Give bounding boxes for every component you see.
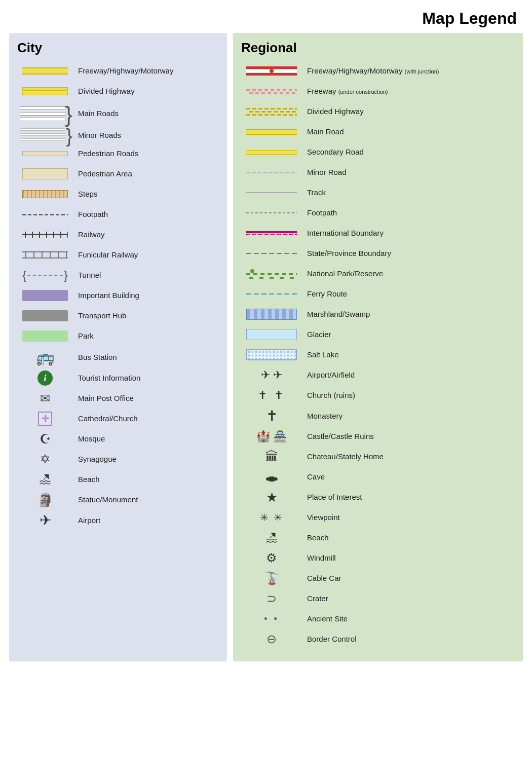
list-item: ✝ Monastery [241,408,515,424]
reg-national-park-symbol [241,269,302,279]
reg-cablecar-label: Cable Car [302,573,341,583]
reg-minorroad-label: Minor Road [302,167,347,177]
footpath-symbol [17,214,73,215]
list-item: Divided Highway [17,83,219,99]
reg-crater-symbol: ⊃ [241,591,302,606]
bus-station-symbol: 🚌 [17,348,73,366]
cathedral-symbol: ✛ [17,412,73,426]
list-item: 🗿 Statue/Monument [17,492,219,508]
regional-heading: Regional [241,40,515,56]
beach-city-label: Beach [73,474,100,485]
funicular-symbol [17,251,73,258]
reg-church-symbol: ✝ ✝ [241,389,302,402]
important-building-symbol [17,290,73,301]
list-item: Ferry Route [241,286,515,302]
reg-freeway-symbol [241,66,302,76]
reg-airport-label: Airport/Airfield [302,370,355,380]
reg-windmill-symbol: ⚙ [241,551,302,565]
important-building-label: Important Building [73,290,139,301]
reg-cave-symbol: 🕳 [241,469,302,485]
list-item: 🏛 Chateau/Stately Home [241,449,515,465]
list-item: Funicular Railway [17,247,219,263]
synagogue-label: Synagogue [73,454,117,464]
reg-airport-symbol: ✈ ✈ [241,368,302,382]
list-item: Track [241,184,515,201]
airport-city-symbol: ✈ [17,512,73,529]
post-office-symbol: ✉ [17,391,73,405]
reg-secondary-symbol [241,150,302,155]
list-item: ✈ ✈ Airport/Airfield [241,367,515,383]
list-item: Secondary Road [241,144,515,160]
railway-symbol [17,232,73,238]
reg-footpath-label: Footpath [302,208,337,218]
statue-label: Statue/Monument [73,495,138,505]
list-item: Pedestrian Area [17,166,219,182]
reg-chateau-symbol: 🏛 [241,449,302,465]
freeway-symbol [17,67,73,75]
ped-area-label: Pedestrian Area [73,169,132,179]
reg-border-symbol: ⊖ [241,632,302,646]
main-roads-symbol: } [17,105,73,121]
list-item: Park [17,328,219,344]
airport-city-label: Airport [73,515,100,526]
reg-crater-label: Crater [302,594,328,604]
reg-mainroad-symbol [241,129,302,135]
reg-track-label: Track [302,188,326,198]
list-item: Freeway/Highway/Motorway (with junction) [241,63,515,79]
list-item: ★ Place of Interest [241,489,515,505]
reg-divided-symbol [241,108,302,116]
minor-roads-label: Minor Roads [73,127,121,140]
transport-hub-symbol [17,310,73,321]
list-item: Pedestrian Roads [17,145,219,162]
list-item: ✛ Cathedral/Church [17,411,219,427]
mosque-label: Mosque [73,434,105,444]
list-item: ⚙ Windmill [241,550,515,566]
freeway-label: Freeway/Highway/Motorway [73,66,173,76]
tourist-info-label: Tourist Information [73,373,140,383]
list-item: Transport Hub [17,308,219,324]
reg-glacier-symbol [241,329,302,340]
ped-roads-label: Pedestrian Roads [73,149,138,159]
info-icon: i [37,371,53,386]
list-item: } Minor Roads [17,125,219,141]
reg-ferry-symbol [241,293,302,294]
transport-hub-label: Transport Hub [73,311,126,321]
reg-place-symbol: ★ [241,490,302,505]
list-item: ⊃ Crater [241,590,515,607]
post-office-label: Main Post Office [73,393,134,403]
reg-freeway-construct-symbol [241,89,302,94]
divided-highway-symbol [17,87,73,95]
reg-freeway-construct-label: Freeway (under construction) [302,86,388,96]
ped-roads-symbol [17,151,73,156]
reg-intl-boundary-label: International Boundary [302,228,384,238]
list-item: { } Tunnel [17,267,219,283]
list-item: ✡ Synagogue [17,451,219,467]
city-panel: City Freeway/Highway/Motorway Divided Hi… [9,33,227,661]
list-item: Footpath [241,205,515,221]
reg-marsh-symbol [241,309,302,320]
list-item: Glacier [241,326,515,343]
list-item: State/Province Boundary [241,245,515,262]
reg-church-label: Church (ruins) [302,390,355,400]
reg-beach-symbol: 🏖 [241,531,302,545]
reg-national-park-label: National Park/Reserve [302,269,383,279]
reg-monastery-label: Monastery [302,411,343,421]
synagogue-symbol: ✡ [17,452,73,466]
reg-viewpoint-label: Viewpoint [302,512,340,523]
reg-windmill-label: Windmill [302,553,336,563]
bus-station-label: Bus Station [73,352,117,362]
mosque-symbol: ☪ [17,431,73,447]
list-item: Minor Road [241,164,515,180]
minor-roads-symbol: } [17,127,73,141]
list-item: 🏖 Beach [241,530,515,546]
reg-salt-lake-label: Salt Lake [302,350,339,360]
list-item: Freeway/Highway/Motorway [17,63,219,79]
list-item: ⊖ Border Control [241,631,515,647]
steps-label: Steps [73,189,97,199]
reg-border-label: Border Control [302,634,357,644]
statue-symbol: 🗿 [17,492,73,508]
list-item: Footpath [17,206,219,223]
reg-ferry-label: Ferry Route [302,289,347,299]
reg-intl-boundary-symbol [241,231,302,235]
reg-state-boundary-symbol [241,253,302,254]
